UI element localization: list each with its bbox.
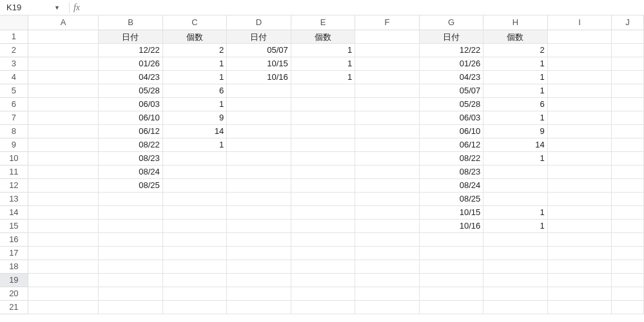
cell-C1[interactable]: 個数 xyxy=(163,30,228,44)
cell-D20[interactable] xyxy=(227,287,291,301)
cell-E15[interactable] xyxy=(291,220,356,233)
cell-H14[interactable]: 1 xyxy=(483,206,548,220)
cell-H19[interactable] xyxy=(483,274,548,287)
cell-F20[interactable] xyxy=(355,287,420,301)
cell-G21[interactable] xyxy=(420,301,484,314)
cell-I11[interactable] xyxy=(548,166,612,179)
cell-J18[interactable] xyxy=(612,260,644,274)
cell-G18[interactable] xyxy=(420,260,484,274)
cell-E3[interactable]: 1 xyxy=(291,57,356,71)
cell-G14[interactable]: 10/15 xyxy=(420,206,484,220)
cell-F8[interactable] xyxy=(355,125,420,138)
column-header-H[interactable]: H xyxy=(483,15,548,30)
row-header-13[interactable]: 13 xyxy=(0,193,28,206)
cell-D10[interactable] xyxy=(227,152,291,166)
cell-B13[interactable] xyxy=(99,193,163,206)
cell-J21[interactable] xyxy=(612,301,644,314)
cell-C2[interactable]: 2 xyxy=(163,44,228,57)
cell-E8[interactable] xyxy=(291,125,356,138)
cell-I18[interactable] xyxy=(548,260,612,274)
cell-D17[interactable] xyxy=(227,247,291,260)
cell-B8[interactable]: 06/12 xyxy=(99,125,163,138)
cell-F16[interactable] xyxy=(355,233,420,247)
cell-E11[interactable] xyxy=(291,166,356,179)
cell-E6[interactable] xyxy=(291,98,356,111)
cell-E13[interactable] xyxy=(291,193,356,206)
cell-J8[interactable] xyxy=(612,125,644,138)
cell-F1[interactable] xyxy=(355,30,420,44)
cell-D14[interactable] xyxy=(227,206,291,220)
cell-A5[interactable] xyxy=(28,84,99,98)
row-header-11[interactable]: 11 xyxy=(0,166,28,179)
row-header-20[interactable]: 20 xyxy=(0,287,28,301)
cell-G9[interactable]: 06/12 xyxy=(420,138,484,152)
cell-J9[interactable] xyxy=(612,138,644,152)
column-header-J[interactable]: J xyxy=(612,15,644,30)
cell-A18[interactable] xyxy=(28,260,99,274)
cell-B10[interactable]: 08/23 xyxy=(99,152,163,166)
cell-J14[interactable] xyxy=(612,206,644,220)
cell-I4[interactable] xyxy=(548,71,612,84)
cell-A14[interactable] xyxy=(28,206,99,220)
cell-A16[interactable] xyxy=(28,233,99,247)
column-header-C[interactable]: C xyxy=(163,15,228,30)
cell-I21[interactable] xyxy=(548,301,612,314)
cell-H13[interactable] xyxy=(483,193,548,206)
cell-G2[interactable]: 12/22 xyxy=(420,44,484,57)
cell-F4[interactable] xyxy=(355,71,420,84)
row-header-15[interactable]: 15 xyxy=(0,220,28,233)
cell-H6[interactable]: 6 xyxy=(483,98,548,111)
cell-B18[interactable] xyxy=(99,260,163,274)
cell-D9[interactable] xyxy=(227,138,291,152)
cell-D11[interactable] xyxy=(227,166,291,179)
cell-A2[interactable] xyxy=(28,44,99,57)
cell-H12[interactable] xyxy=(483,179,548,193)
cell-I12[interactable] xyxy=(548,179,612,193)
cell-D18[interactable] xyxy=(227,260,291,274)
cell-E1[interactable]: 個数 xyxy=(291,30,356,44)
cell-E18[interactable] xyxy=(291,260,356,274)
cell-E4[interactable]: 1 xyxy=(291,71,356,84)
cell-H16[interactable] xyxy=(483,233,548,247)
cell-E14[interactable] xyxy=(291,206,356,220)
cell-C5[interactable]: 6 xyxy=(163,84,228,98)
cell-D19[interactable] xyxy=(227,274,291,287)
cell-C12[interactable] xyxy=(163,179,228,193)
cell-A4[interactable] xyxy=(28,71,99,84)
cell-G15[interactable]: 10/16 xyxy=(420,220,484,233)
cell-E21[interactable] xyxy=(291,301,356,314)
cell-E12[interactable] xyxy=(291,179,356,193)
cell-B6[interactable]: 06/03 xyxy=(99,98,163,111)
cell-C3[interactable]: 1 xyxy=(163,57,228,71)
cell-C17[interactable] xyxy=(163,247,228,260)
cell-G7[interactable]: 06/03 xyxy=(420,111,484,125)
cell-E7[interactable] xyxy=(291,111,356,125)
row-header-14[interactable]: 14 xyxy=(0,206,28,220)
cell-H4[interactable]: 1 xyxy=(483,71,548,84)
cell-J7[interactable] xyxy=(612,111,644,125)
name-box-input[interactable] xyxy=(4,1,54,14)
cell-A12[interactable] xyxy=(28,179,99,193)
cell-F2[interactable] xyxy=(355,44,420,57)
cell-C18[interactable] xyxy=(163,260,228,274)
cell-F7[interactable] xyxy=(355,111,420,125)
column-header-G[interactable]: G xyxy=(420,15,484,30)
cell-E10[interactable] xyxy=(291,152,356,166)
cell-H18[interactable] xyxy=(483,260,548,274)
cell-A6[interactable] xyxy=(28,98,99,111)
cell-F15[interactable] xyxy=(355,220,420,233)
cell-B19[interactable] xyxy=(99,274,163,287)
cell-J13[interactable] xyxy=(612,193,644,206)
cell-C10[interactable] xyxy=(163,152,228,166)
cell-I3[interactable] xyxy=(548,57,612,71)
cell-H9[interactable]: 14 xyxy=(483,138,548,152)
cell-C21[interactable] xyxy=(163,301,228,314)
cell-H17[interactable] xyxy=(483,247,548,260)
cell-B5[interactable]: 05/28 xyxy=(99,84,163,98)
cell-J12[interactable] xyxy=(612,179,644,193)
cell-B7[interactable]: 06/10 xyxy=(99,111,163,125)
cell-G1[interactable]: 日付 xyxy=(420,30,484,44)
cell-I13[interactable] xyxy=(548,193,612,206)
cell-J1[interactable] xyxy=(612,30,644,44)
cell-B14[interactable] xyxy=(99,206,163,220)
